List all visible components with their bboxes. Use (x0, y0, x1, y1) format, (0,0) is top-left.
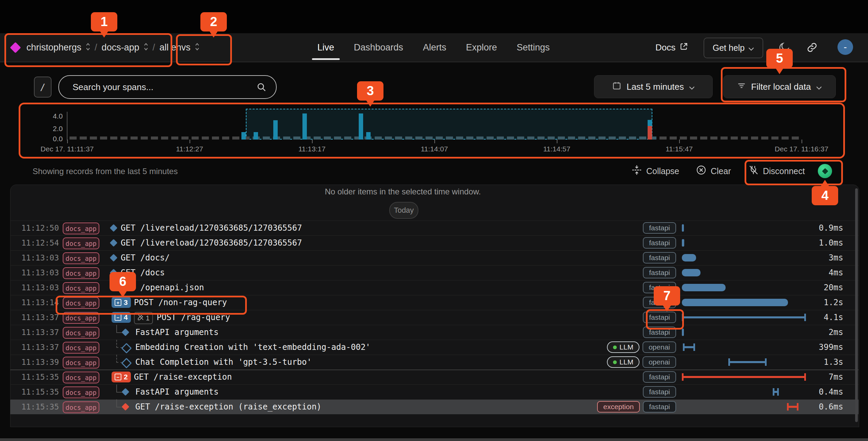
app-badge[interactable]: docs_app (63, 223, 99, 234)
app-badge[interactable]: docs_app (63, 267, 99, 279)
tag-openai[interactable]: openai (643, 356, 676, 368)
tag-fastapi[interactable]: fastapi (643, 386, 676, 398)
children-count-badge[interactable]: −2 (112, 372, 131, 382)
baseline-dash (507, 136, 514, 140)
table-row[interactable]: 11:13:39docs_appChat Completion with 'gp… (10, 355, 859, 370)
tree-connector (116, 384, 122, 393)
baseline-dash (436, 136, 443, 140)
span-label: GET /raise-exception (134, 372, 232, 382)
tag-exception[interactable]: exception (597, 401, 640, 413)
baseline-dash (639, 136, 646, 140)
tag-llm[interactable]: LLM (607, 341, 639, 353)
tag-fastapi[interactable]: fastapi (643, 222, 676, 234)
span-diamond-icon (122, 329, 130, 336)
duration-text: 1.2s (824, 298, 843, 307)
clear-circle-x-icon (696, 165, 707, 177)
baseline-dash (629, 136, 636, 140)
tag-fastapi[interactable]: fastapi (643, 327, 676, 338)
histogram-bar (273, 120, 278, 140)
table-row[interactable]: 11:13:03docs_appGET /docsfastapi4ms (10, 265, 859, 280)
app-badge[interactable]: docs_app (63, 342, 99, 354)
table-row[interactable]: 11:15:35docs_app−2GET /raise-exceptionfa… (10, 370, 859, 384)
baseline-dash (90, 136, 97, 140)
y-axis-tick-label: 2.0 (42, 125, 63, 133)
tag-group: fastapi (643, 222, 676, 234)
tag-fastapi[interactable]: fastapi (643, 267, 676, 278)
pending-spans-badge[interactable]: 1 (134, 312, 153, 324)
tag-fastapi[interactable]: fastapi (643, 312, 676, 323)
app-badge[interactable]: docs_app (63, 372, 99, 383)
baseline-dash (100, 136, 107, 140)
app-badge[interactable]: docs_app (63, 327, 99, 339)
children-count-badge[interactable]: −4 (112, 312, 131, 323)
duration-text: 399ms (819, 342, 843, 352)
row-timestamp: 11:12:54 (21, 238, 59, 247)
collapse-button[interactable]: Collapse (631, 163, 679, 180)
baseline-dash (192, 136, 199, 140)
table-row[interactable]: 11:13:37docs_appEmbedding Creation with … (10, 340, 859, 355)
row-timestamp: 11:13:03 (21, 283, 59, 292)
duration-bar (682, 254, 696, 261)
spans-histogram[interactable]: 4.02.00.0Dec 17. 11:11:3711:12:2711:13:1… (0, 0, 868, 159)
table-row[interactable]: 11:12:50docs_appGET /livereload/12703636… (10, 220, 859, 235)
tag-label: fastapi (649, 328, 670, 336)
tag-fastapi[interactable]: fastapi (643, 401, 676, 413)
tag-label: fastapi (649, 269, 670, 277)
range-line (682, 316, 806, 318)
duration-track (682, 384, 811, 399)
disconnect-button[interactable]: Disconnect (748, 163, 805, 180)
y-axis-line (67, 112, 67, 140)
duration-track (682, 250, 811, 265)
app-badge[interactable]: docs_app (63, 357, 99, 369)
baseline-dash (476, 136, 484, 140)
app-badge[interactable]: docs_app (63, 401, 99, 413)
table-row[interactable]: 11:15:35docs_appGET /raise-exception (ra… (10, 399, 859, 414)
tag-openai[interactable]: openai (643, 341, 676, 353)
app-badge[interactable]: docs_app (63, 297, 99, 309)
tag-fastapi[interactable]: fastapi (643, 371, 676, 383)
collapse-icon (631, 165, 642, 177)
tag-label: fastapi (649, 239, 670, 247)
duration-track (682, 265, 811, 280)
range-cap-left (787, 403, 789, 411)
baseline-dash (466, 136, 473, 140)
row-timestamp: 11:13:37 (21, 343, 59, 352)
app-badge[interactable]: docs_app (63, 282, 99, 294)
tag-fastapi[interactable]: fastapi (643, 237, 676, 249)
baseline-dash (385, 136, 392, 140)
table-row[interactable]: 11:13:37docs_appFastAPI argumentsfastapi… (10, 325, 859, 340)
duration-text: 20ms (824, 283, 843, 292)
expand-plus-icon: + (115, 299, 121, 306)
live-connection-indicator[interactable] (818, 164, 832, 178)
bottom-edge (0, 438, 868, 441)
table-row[interactable]: 11:13:14docs_app+3POST /non-rag-queryfas… (10, 295, 859, 310)
app-badge[interactable]: docs_app (63, 312, 99, 324)
app-badge[interactable]: docs_app (63, 237, 99, 249)
duration-text: 0.9ms (819, 223, 843, 233)
row-timestamp: 11:12:50 (21, 224, 59, 232)
today-pill[interactable]: Today (389, 202, 418, 219)
collapse-minus-icon: − (115, 374, 121, 380)
app-badge[interactable]: docs_app (63, 386, 99, 398)
table-row[interactable]: 11:15:35docs_appFastAPI argumentsfastapi… (10, 384, 859, 399)
baseline-dash (761, 136, 768, 140)
table-row[interactable]: 11:13:03docs_appGET /openapi.jsonfastapi… (10, 280, 859, 295)
baseline-dash (181, 136, 189, 140)
table-row[interactable]: 11:12:54docs_appGET /livereload/12703636… (10, 235, 859, 250)
baseline-dash (497, 136, 504, 140)
x-axis-tick (312, 140, 313, 143)
scrollbar[interactable] (855, 188, 858, 422)
row-timestamp: 11:15:35 (21, 373, 59, 381)
children-count-badge[interactable]: +3 (112, 297, 131, 308)
tag-fastapi[interactable]: fastapi (643, 252, 676, 264)
tag-label: fastapi (649, 224, 670, 232)
tag-llm[interactable]: LLM (607, 356, 639, 368)
baseline-dash (517, 136, 524, 140)
app-badge[interactable]: docs_app (63, 252, 99, 264)
table-row[interactable]: 11:13:03docs_appGET /docs/fastapi3ms (10, 250, 859, 265)
span-label: GET /livereload/1270363685/1270365567 (121, 238, 302, 248)
table-row[interactable]: 11:13:37docs_app−41POST /rag-queryfastap… (10, 310, 859, 325)
tag-label: openai (649, 358, 670, 366)
range-cap-right (693, 343, 695, 351)
clear-button[interactable]: Clear (696, 163, 731, 180)
